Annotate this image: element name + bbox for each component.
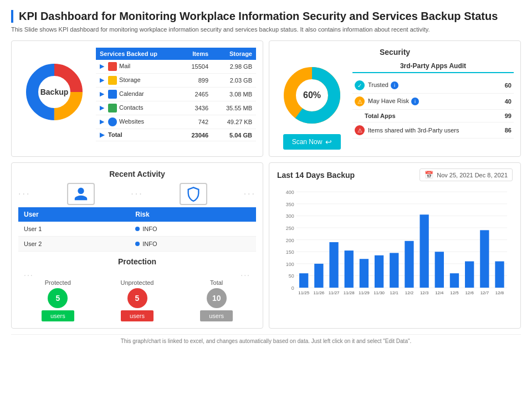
activity-title: Recent Activity: [18, 170, 256, 178]
items-cell: 742: [180, 115, 212, 129]
security-panel: Security 60% Scan Now ↩ 3rd-Party Apps A…: [269, 40, 521, 157]
footer-note: This graph/chart is linked to excel, and…: [11, 334, 521, 344]
protection-item: Total 10 users: [200, 279, 233, 321]
chart-header: Last 14 Days Backup 📅 Nov 25, 2021 Dec 8…: [277, 168, 513, 181]
items-cell: 3436: [180, 101, 212, 115]
audit-value: 40: [495, 98, 511, 105]
protection-row: Protected 5 users Unprotected 5 users To…: [18, 279, 256, 321]
svg-rect-37: [405, 241, 413, 288]
drive-icon: [108, 76, 117, 85]
risk-dot-icon: [135, 242, 140, 246]
svg-text:250: 250: [286, 226, 294, 231]
prot-dots-left: ···: [24, 270, 34, 279]
page-container: KPI Dashboard for Monitoring Workplace I…: [0, 0, 532, 354]
chart-title: Last 14 Days Backup: [277, 171, 355, 180]
calendar-icon: 📅: [424, 171, 433, 179]
svg-rect-47: [480, 230, 489, 288]
backup-row: ▶ Calendar 2465 3.08 MB: [96, 88, 256, 101]
row-arrow-icon: ▶: [100, 63, 104, 69]
mail-icon: [108, 62, 117, 71]
svg-rect-41: [435, 252, 444, 288]
svg-text:50: 50: [289, 273, 294, 279]
svg-text:300: 300: [286, 213, 294, 219]
audit-label: Items shared with 3rd-Party users: [368, 127, 495, 134]
col-risk: Risk: [130, 207, 256, 222]
svg-rect-43: [450, 273, 459, 288]
svg-text:11/28: 11/28: [344, 290, 355, 295]
svg-text:11/26: 11/26: [313, 290, 324, 295]
security-title: Security: [276, 48, 514, 57]
info-icon: i: [391, 81, 398, 89]
backup-table-wrap: Services Backed up Items Storage ▶ Mail …: [96, 48, 256, 141]
audit-title: 3rd-Party Apps Audit: [352, 62, 514, 73]
info-icon: i: [411, 98, 419, 105]
risk-status-icon: ⚠: [355, 96, 365, 106]
scan-btn-label: Scan Now: [292, 138, 323, 146]
activity-icons-row: ··· ··· ···: [18, 183, 256, 205]
bar-chart-svg: 05010015020025030035040011/2511/2611/271…: [277, 186, 513, 308]
scan-now-button[interactable]: Scan Now ↩: [283, 134, 341, 150]
svg-text:11/25: 11/25: [298, 290, 309, 295]
protection-circle: 10: [207, 288, 227, 308]
service-cell: ▶ Websites: [96, 115, 180, 129]
risk-dot-icon: [135, 227, 140, 231]
backup-content: Backup Services Backed up Items Storage: [18, 48, 256, 141]
col-storage: Storage: [212, 48, 256, 60]
risk-cell: INFO: [130, 237, 256, 252]
audit-rows: ✓ Trustedi 60 ⚠ May Have Riski 40 Total …: [352, 78, 514, 139]
contacts-icon: [108, 104, 117, 112]
col-service: Services Backed up: [96, 48, 180, 60]
svg-text:12/1: 12/1: [390, 290, 398, 295]
service-cell: ▶ Total: [96, 129, 180, 141]
svg-text:400: 400: [286, 190, 294, 195]
audit-value: 60: [495, 82, 511, 89]
audit-row: ✓ Trustedi 60: [352, 78, 514, 94]
svg-text:350: 350: [286, 202, 294, 207]
backup-row: ▶ Total 23046 5.04 GB: [96, 129, 256, 141]
svg-text:200: 200: [286, 238, 294, 243]
trusted-status-icon: ✓: [355, 80, 365, 90]
web-icon: [108, 117, 117, 126]
security-right: 3rd-Party Apps Audit ✓ Trustedi 60 ⚠ May…: [352, 62, 514, 150]
protection-item-label: Total: [210, 279, 223, 286]
chart-panel: Last 14 Days Backup 📅 Nov 25, 2021 Dec 8…: [269, 162, 521, 329]
chart-area: 05010015020025030035040011/2511/2611/271…: [277, 186, 513, 308]
svg-rect-33: [375, 255, 383, 288]
row-arrow-icon: ▶: [100, 90, 104, 97]
items-cell: 15504: [180, 60, 212, 74]
svg-text:12/7: 12/7: [480, 290, 489, 295]
backup-row: ▶ Storage 899 2.03 GB: [96, 74, 256, 88]
svg-text:12/4: 12/4: [435, 290, 444, 295]
protection-circle: 5: [127, 288, 147, 308]
protection-bar: users: [42, 310, 74, 321]
bottom-left-panel: Recent Activity ··· ··· ···: [11, 162, 263, 329]
svg-text:12/6: 12/6: [465, 290, 474, 295]
svg-rect-45: [465, 262, 474, 288]
svg-text:12/2: 12/2: [405, 290, 413, 295]
svg-text:12/5: 12/5: [450, 290, 459, 295]
audit-label: May Have Riski: [368, 98, 495, 105]
protection-item: Protected 5 users: [42, 279, 74, 321]
audit-value: 99: [495, 112, 511, 119]
shield-icon-box: [180, 183, 207, 205]
security-pct: 60%: [303, 90, 321, 100]
protection-item-label: Protected: [45, 279, 71, 286]
backup-row: ▶ Mail 15504 2.98 GB: [96, 60, 256, 74]
activity-table: User Risk User 1 INFO User 2 INFO: [18, 207, 256, 252]
shared-status-icon: ⚠: [355, 125, 365, 135]
row-arrow-icon: ▶: [100, 76, 104, 83]
storage-cell: 2.03 GB: [212, 74, 256, 88]
protection-title: Protection: [18, 257, 256, 266]
scan-arrow-icon: ↩: [325, 137, 332, 146]
dots-left: ···: [18, 189, 30, 199]
svg-rect-27: [329, 242, 338, 288]
svg-rect-29: [345, 250, 354, 288]
storage-cell: 49.27 KB: [212, 115, 256, 129]
audit-row: ⚠ May Have Riski 40: [352, 94, 514, 110]
svg-rect-49: [495, 262, 504, 288]
page-title: KPI Dashboard for Monitoring Workplace I…: [11, 10, 521, 23]
svg-rect-39: [420, 214, 428, 288]
prot-dots-right: ···: [241, 270, 250, 279]
svg-text:11/30: 11/30: [374, 290, 385, 295]
service-cell: ▶ Mail: [96, 60, 180, 74]
